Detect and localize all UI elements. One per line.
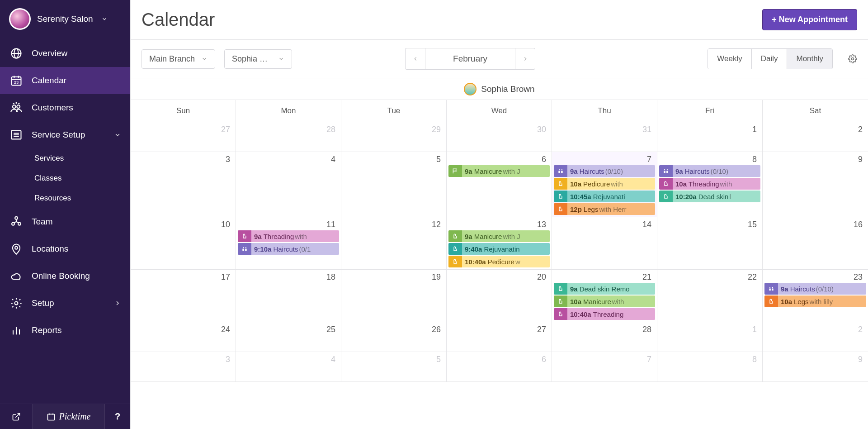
- calendar-event[interactable]: 9aManicure with J: [448, 230, 550, 242]
- external-link-button[interactable]: [0, 404, 33, 429]
- calendar-event[interactable]: 10aThreading with: [659, 178, 760, 190]
- calendar-event[interactable]: 9aHaircuts (0/10): [659, 165, 760, 177]
- calendar-day[interactable]: 7: [552, 352, 657, 382]
- calendar-day[interactable]: 27: [131, 122, 236, 152]
- day-number: 8: [659, 153, 760, 165]
- sidebar-item-service-setup[interactable]: Service Setup: [0, 121, 130, 148]
- svg-rect-44: [245, 248, 247, 251]
- sidebar-item-reports[interactable]: Reports: [0, 317, 130, 344]
- calendar-day[interactable]: 27: [447, 322, 552, 352]
- calendar-day[interactable]: 9: [763, 352, 868, 382]
- calendar-day[interactable]: 14: [552, 217, 657, 270]
- calendar-day[interactable]: 15: [657, 217, 763, 270]
- calendar-event[interactable]: 9aHaircuts (0/10): [554, 165, 655, 177]
- sidebar-item-calendar[interactable]: 23Calendar: [0, 67, 130, 94]
- calendar-day[interactable]: 30: [447, 122, 552, 152]
- class-icon: [659, 165, 673, 177]
- calendar-day[interactable]: 19: [341, 270, 447, 322]
- calendar-event[interactable]: 9:40aRejuvanatin: [448, 243, 550, 255]
- view-daily[interactable]: Daily: [752, 49, 788, 69]
- svg-point-8: [13, 105, 16, 108]
- sidebar-item-setup[interactable]: Setup: [0, 290, 130, 317]
- event-body: 10aThreading with: [673, 178, 760, 190]
- thumb-icon: [448, 243, 462, 255]
- calendar-day[interactable]: 2: [763, 322, 868, 352]
- day-number: 24: [132, 323, 234, 335]
- calendar-day[interactable]: 8: [657, 352, 763, 382]
- calendar-day[interactable]: 18: [236, 270, 341, 322]
- calendar-event[interactable]: 10:45aRejuvanati: [554, 191, 655, 202]
- calendar-event[interactable]: 10aLegs with lilly: [764, 296, 866, 307]
- calendar-day[interactable]: 3: [131, 352, 236, 382]
- calendar-day[interactable]: 28: [236, 122, 341, 152]
- calendar-event[interactable]: 9aHaircuts (0/10): [764, 283, 866, 295]
- calendar-day[interactable]: 1: [657, 322, 763, 352]
- calendar-day[interactable]: 17: [131, 270, 236, 322]
- calendar-day[interactable]: 4: [236, 352, 341, 382]
- sidebar-item-locations[interactable]: Locations: [0, 235, 130, 262]
- day-number: 29: [343, 123, 444, 135]
- sidebar-sub-resources[interactable]: Resources: [0, 188, 130, 208]
- calendar-day[interactable]: 5: [341, 152, 447, 217]
- calendar-event[interactable]: 10aManicure with: [554, 296, 655, 307]
- calendar-day[interactable]: 139aManicure with J9:40aRejuvanatin10:40…: [447, 217, 552, 270]
- calendar-event[interactable]: 10:40aThreading: [554, 308, 655, 320]
- calendar-day[interactable]: 25: [236, 322, 341, 352]
- calendar-day[interactable]: 219aDead skin Remo10aManicure with10:40a…: [552, 270, 657, 322]
- calendar-event[interactable]: 12pLegs with Herr: [554, 203, 655, 215]
- calendar-day[interactable]: 31: [552, 122, 657, 152]
- next-month-button[interactable]: [515, 48, 535, 70]
- sidebar-sub-services[interactable]: Services: [0, 148, 130, 168]
- sidebar-item-customers[interactable]: Customers: [0, 94, 130, 121]
- day-number: 16: [764, 218, 866, 230]
- calendar-scroll[interactable]: SunMonTueWedThuFriSat 27282930311234569a…: [131, 100, 868, 429]
- calendar-day[interactable]: 29: [341, 122, 447, 152]
- svg-point-38: [667, 169, 668, 170]
- calendar-event[interactable]: 9:10aHaircuts (0/1: [238, 243, 339, 255]
- sidebar-item-overview[interactable]: Overview: [0, 40, 130, 67]
- calendar-event[interactable]: 10:20aDead skin l: [659, 191, 760, 202]
- day-number: 20: [448, 271, 550, 283]
- calendar-day[interactable]: 12: [341, 217, 447, 270]
- prev-month-button[interactable]: [405, 48, 425, 70]
- calendar-day[interactable]: 28: [552, 322, 657, 352]
- calendar-day[interactable]: 5: [341, 352, 447, 382]
- calendar-day[interactable]: 3: [131, 152, 236, 217]
- calendar-day[interactable]: 16: [763, 217, 868, 270]
- new-appointment-button[interactable]: + New Appointment: [762, 9, 857, 30]
- calendar-day[interactable]: 6: [447, 352, 552, 382]
- sidebar-sub-classes[interactable]: Classes: [0, 168, 130, 188]
- calendar-event[interactable]: 9aThreading with: [238, 230, 339, 242]
- calendar-event[interactable]: 9aManicure with J: [448, 165, 550, 177]
- picktime-brand[interactable]: Picktime: [33, 404, 105, 429]
- calendar-day[interactable]: 26: [341, 322, 447, 352]
- settings-button[interactable]: [848, 54, 857, 63]
- event-body: 10:20aDead skin l: [673, 191, 760, 202]
- calendar-day[interactable]: 89aHaircuts (0/10)10aThreading with10:20…: [657, 152, 763, 217]
- calendar-day[interactable]: 2: [763, 122, 868, 152]
- calendar-day[interactable]: 239aHaircuts (0/10)10aLegs with lilly: [763, 270, 868, 322]
- view-weekly[interactable]: Weekly: [708, 49, 751, 69]
- calendar-day[interactable]: 1: [657, 122, 763, 152]
- calendar-event[interactable]: 10:40aPedicure w: [448, 256, 550, 267]
- calendar-day[interactable]: 69aManicure with J: [447, 152, 552, 217]
- sidebar-item-online-booking[interactable]: Online Booking: [0, 262, 130, 290]
- calendar-day[interactable]: 4: [236, 152, 341, 217]
- calendar-day[interactable]: 20: [447, 270, 552, 322]
- branch-dropdown[interactable]: Main Branch: [142, 49, 215, 69]
- calendar-day[interactable]: 10: [131, 217, 236, 270]
- view-monthly[interactable]: Monthly: [787, 49, 832, 69]
- day-number: 3: [132, 153, 234, 165]
- sidebar-item-team[interactable]: Team: [0, 208, 130, 235]
- staff-dropdown[interactable]: Sophia …: [224, 49, 292, 69]
- calendar-day[interactable]: 24: [131, 322, 236, 352]
- event-body: 9:40aRejuvanatin: [462, 243, 550, 255]
- calendar-event[interactable]: 10aPedicure with: [554, 178, 655, 190]
- calendar-day[interactable]: 22: [657, 270, 763, 322]
- calendar-day[interactable]: 119aThreading with9:10aHaircuts (0/1: [236, 217, 341, 270]
- help-button[interactable]: ?: [105, 404, 130, 429]
- brand-switcher[interactable]: Serenity Salon: [0, 0, 130, 38]
- calendar-day[interactable]: 9: [763, 152, 868, 217]
- calendar-day[interactable]: 79aHaircuts (0/10)10aPedicure with10:45a…: [552, 152, 657, 217]
- calendar-event[interactable]: 9aDead skin Remo: [554, 283, 655, 295]
